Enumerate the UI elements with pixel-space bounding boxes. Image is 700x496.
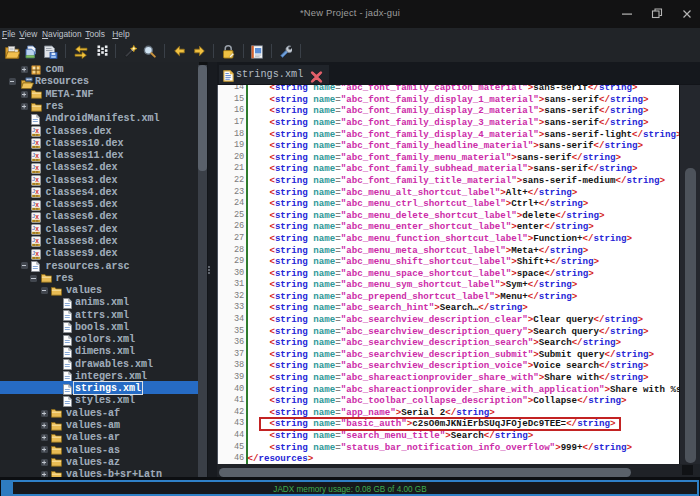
- svg-text:x: x: [35, 225, 39, 232]
- svg-text:x: x: [35, 164, 39, 171]
- svg-text:x: x: [35, 237, 39, 244]
- svg-text:x: x: [35, 139, 39, 146]
- svg-text:x: x: [35, 127, 39, 134]
- svg-text:x: x: [35, 188, 39, 195]
- svg-text:x: x: [35, 176, 39, 183]
- svg-text:x: x: [35, 200, 39, 207]
- svg-text:x: x: [35, 213, 39, 220]
- svg-text:x: x: [35, 151, 39, 158]
- svg-text:x: x: [35, 249, 39, 256]
